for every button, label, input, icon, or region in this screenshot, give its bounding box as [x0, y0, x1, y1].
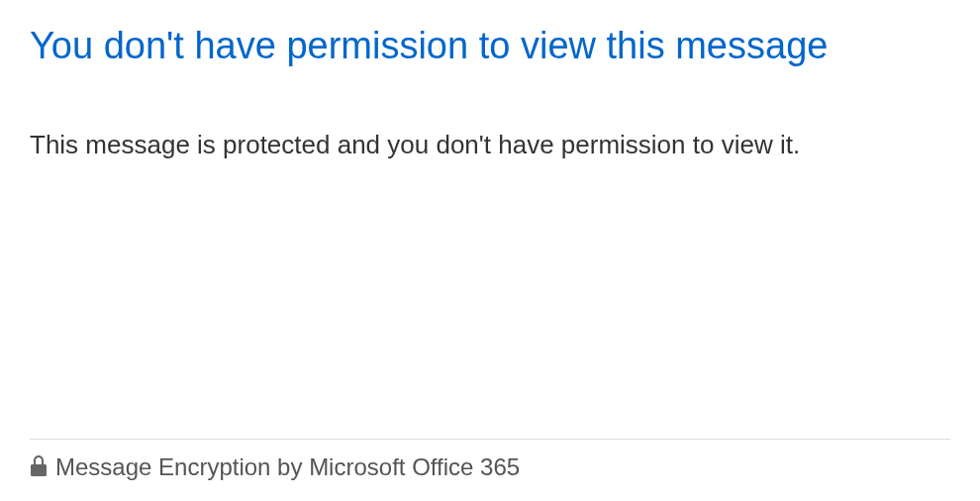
- error-description: This message is protected and you don't …: [30, 129, 950, 162]
- lock-icon: [30, 455, 48, 477]
- footer: Message Encryption by Microsoft Office 3…: [30, 439, 950, 501]
- page-title: You don't have permission to view this m…: [30, 24, 950, 69]
- footer-label: Message Encryption by Microsoft Office 3…: [55, 453, 520, 481]
- permission-error-panel: You don't have permission to view this m…: [0, 0, 980, 501]
